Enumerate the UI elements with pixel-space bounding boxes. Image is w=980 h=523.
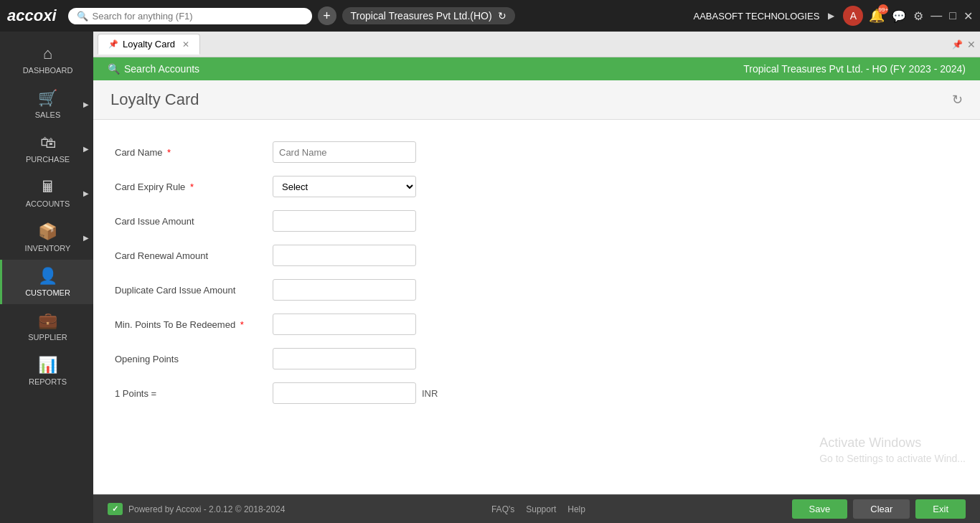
powered-by-text: Powered by Accoxi - 2.0.12 © 2018-2024 xyxy=(128,504,285,514)
dropdown-icon[interactable]: ▶ xyxy=(828,11,834,21)
sidebar-label-customer: CUSTOMER xyxy=(25,288,70,297)
sidebar-item-accounts[interactable]: 🖩 ACCOUNTS ▶ xyxy=(0,171,93,215)
close-window-button[interactable]: ✕ xyxy=(963,9,973,23)
top-right: AABASOFT TECHNOLOGIES ▶ A xyxy=(694,6,864,26)
customer-icon: 👤 xyxy=(38,267,57,286)
card-name-input[interactable] xyxy=(273,141,416,163)
form-row-card-name: Card Name * xyxy=(115,141,958,163)
points-value-label: 1 Points = xyxy=(115,388,273,399)
company-label: AABASOFT TECHNOLOGIES xyxy=(694,11,820,22)
footer-left: ✓ Powered by Accoxi - 2.0.12 © 2018-2024 xyxy=(108,503,285,515)
sidebar-item-purchase[interactable]: 🛍 PURCHASE ▶ xyxy=(0,126,93,171)
exit-button[interactable]: Exit xyxy=(915,499,966,519)
card-expiry-required: * xyxy=(190,182,194,192)
duplicate-card-issue-amount-input[interactable] xyxy=(273,279,416,301)
purchase-arrow-icon: ▶ xyxy=(83,145,89,153)
maximize-button[interactable]: □ xyxy=(949,9,956,22)
sidebar-item-sales[interactable]: 🛒 SALES ▶ xyxy=(0,82,93,126)
sidebar-label-inventory: INVENTORY xyxy=(25,244,71,253)
tab-pin-icon: 📌 xyxy=(108,39,118,49)
search-accounts-label[interactable]: Search Accounts xyxy=(124,63,199,75)
form-table: Card Name * Card Expiry Rule * Select xyxy=(115,141,958,404)
sidebar-item-supplier[interactable]: 💼 SUPPLIER xyxy=(0,304,93,349)
sidebar-label-supplier: SUPPLIER xyxy=(28,333,67,341)
layout: ⌂ DASHBOARD 🛒 SALES ▶ 🛍 PURCHASE ▶ 🖩 ACC… xyxy=(0,32,980,523)
notifications-button[interactable]: 🔔 99+ xyxy=(869,8,885,24)
search-bar: 🔍 xyxy=(68,8,312,24)
help-link[interactable]: Help xyxy=(567,504,585,514)
card-renewal-amount-input[interactable] xyxy=(273,245,416,266)
company-name: Tropical Treasures Pvt Ltd.(HO) xyxy=(351,10,492,22)
sidebar-item-customer[interactable]: 👤 CUSTOMER xyxy=(0,260,93,304)
accounts-arrow-icon: ▶ xyxy=(83,189,89,197)
card-renewal-amount-label: Card Renewal Amount xyxy=(115,250,273,261)
user-avatar-icon[interactable]: A xyxy=(843,6,863,26)
form-row-card-renewal-amount: Card Renewal Amount xyxy=(115,245,958,266)
form-content: Card Name * Card Expiry Rule * Select xyxy=(93,120,980,494)
minimize-button[interactable]: — xyxy=(930,9,942,22)
add-button[interactable]: + xyxy=(318,6,336,25)
footer-links: FAQ's Support Help xyxy=(491,504,585,514)
footer-logo: ✓ xyxy=(108,503,123,515)
tab-close-all-icon[interactable]: ✕ xyxy=(967,39,976,50)
min-points-input[interactable] xyxy=(273,314,416,335)
tab-loyalty-card[interactable]: 📌 Loyalty Card ✕ xyxy=(98,34,200,55)
card-expiry-rule-select[interactable]: Select xyxy=(273,176,416,197)
form-row-opening-points: Opening Points xyxy=(115,348,958,369)
sidebar-item-reports[interactable]: 📊 REPORTS xyxy=(0,349,93,393)
sales-arrow-icon: ▶ xyxy=(83,100,89,108)
refresh-button[interactable]: ↻ xyxy=(952,92,963,108)
form-row-min-points: Min. Points To Be Redeemed * xyxy=(115,314,958,335)
save-button[interactable]: Save xyxy=(792,499,848,519)
sidebar: ⌂ DASHBOARD 🛒 SALES ▶ 🛍 PURCHASE ▶ 🖩 ACC… xyxy=(0,32,93,523)
accounts-icon: 🖩 xyxy=(40,178,56,197)
form-row-card-issue-amount: Card Issue Amount xyxy=(115,210,958,232)
min-points-label: Min. Points To Be Redeemed * xyxy=(115,319,273,330)
card-name-label: Card Name * xyxy=(115,147,273,158)
opening-points-input[interactable] xyxy=(273,348,416,369)
form-row-points-value: 1 Points = INR xyxy=(115,382,958,404)
points-value-input[interactable] xyxy=(273,382,416,404)
faqs-link[interactable]: FAQ's xyxy=(491,504,514,514)
opening-points-label: Opening Points xyxy=(115,354,273,364)
top-bar: accoxi 🔍 + Tropical Treasures Pvt Ltd.(H… xyxy=(0,0,980,32)
search-accounts-left: 🔍 Search Accounts xyxy=(108,63,199,75)
card-issue-amount-label: Card Issue Amount xyxy=(115,216,273,227)
settings-button[interactable]: ⚙ xyxy=(913,9,923,23)
messages-button[interactable]: 💬 xyxy=(892,9,906,23)
inr-label: INR xyxy=(422,388,438,399)
search-input[interactable] xyxy=(93,11,303,22)
sidebar-label-sales: SALES xyxy=(35,110,60,119)
tab-pin-toggle[interactable]: 📌 xyxy=(952,39,963,50)
refresh-company-icon[interactable]: ↻ xyxy=(498,10,507,22)
supplier-icon: 💼 xyxy=(38,311,57,330)
tab-bar: 📌 Loyalty Card ✕ 📌 ✕ xyxy=(93,32,980,57)
company-selector[interactable]: Tropical Treasures Pvt Ltd.(HO) ↻ xyxy=(342,7,515,24)
sidebar-label-accounts: ACCOUNTS xyxy=(26,199,70,208)
search-accounts-bar: 🔍 Search Accounts Tropical Treasures Pvt… xyxy=(93,57,980,80)
company-info-label: Tropical Treasures Pvt Ltd. - HO (FY 202… xyxy=(743,63,966,75)
sidebar-label-reports: REPORTS xyxy=(29,377,67,386)
tab-close-icon[interactable]: ✕ xyxy=(182,39,189,50)
tab-label: Loyalty Card xyxy=(123,39,175,50)
min-points-required: * xyxy=(240,319,244,330)
sidebar-label-dashboard: DASHBOARD xyxy=(23,66,73,75)
clear-button[interactable]: Clear xyxy=(853,499,910,519)
support-link[interactable]: Support xyxy=(526,504,556,514)
duplicate-card-issue-amount-label: Duplicate Card Issue Amount xyxy=(115,285,273,296)
card-expiry-rule-label: Card Expiry Rule * xyxy=(115,182,273,192)
main-panel: 📌 Loyalty Card ✕ 📌 ✕ 🔍 Search Accounts T… xyxy=(93,32,980,523)
inventory-icon: 📦 xyxy=(38,222,57,241)
sidebar-item-inventory[interactable]: 📦 INVENTORY ▶ xyxy=(0,215,93,260)
form-row-duplicate-card-issue-amount: Duplicate Card Issue Amount xyxy=(115,279,958,301)
footer-buttons: Save Clear Exit xyxy=(792,499,966,519)
notification-badge: 99+ xyxy=(878,4,888,14)
sidebar-item-dashboard[interactable]: ⌂ DASHBOARD xyxy=(0,37,93,82)
card-issue-amount-input[interactable] xyxy=(273,210,416,232)
footer: ✓ Powered by Accoxi - 2.0.12 © 2018-2024… xyxy=(93,494,980,523)
form-row-card-expiry-rule: Card Expiry Rule * Select xyxy=(115,176,958,197)
page-title: Loyalty Card xyxy=(110,90,199,109)
logo: accoxi xyxy=(7,6,57,25)
page-header: Loyalty Card ↻ xyxy=(93,80,980,120)
inventory-arrow-icon: ▶ xyxy=(83,234,89,242)
